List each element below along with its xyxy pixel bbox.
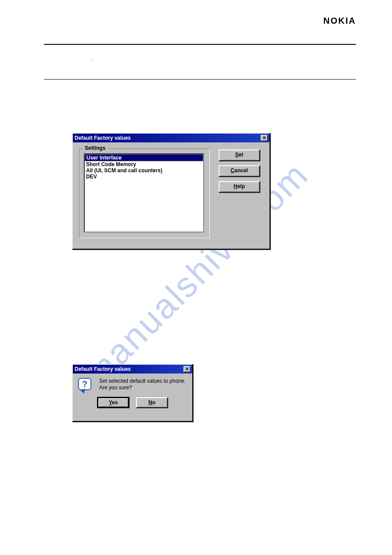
title-text: Default Factory values [75,135,131,141]
button-column: Set Cancel Help [219,149,260,238]
rule-top [44,44,356,45]
message-line-2: Are you sure? [99,385,186,391]
title-text: Default Factory values [75,366,131,372]
rule-sub [44,79,356,80]
message-line-1: Set selected default values to phone. [99,378,186,385]
settings-legend: Settings [83,145,107,151]
dialog-body: ? Set selected default values to phone. … [73,374,192,411]
page-root: NOKIA – manualshive.com Default Factory … [0,0,392,555]
button-row: Yes No [78,397,187,408]
list-item[interactable]: All (UI, SCM and call counters) [85,167,203,174]
settings-fieldset: Settings User Interface Short Code Memor… [79,149,210,238]
set-button[interactable]: Set [219,149,260,161]
list-item[interactable]: DEV [85,174,203,180]
titlebar[interactable]: Default Factory values ✕ [73,365,192,374]
list-item[interactable]: Short Code Memory [85,161,203,167]
brand-logo: NOKIA [324,16,356,26]
titlebar[interactable]: Default Factory values ✕ [73,134,270,142]
message-row: ? Set selected default values to phone. … [78,378,187,393]
no-button[interactable]: No [136,397,168,408]
subhead-dash: – [90,57,93,63]
cancel-button[interactable]: Cancel [219,165,260,177]
question-icon: ? [78,378,93,393]
list-item[interactable]: User Interface [85,154,203,161]
dialog-default-factory-values: Default Factory values ✕ Settings User I… [72,133,270,250]
help-button[interactable]: Help [219,181,260,192]
close-icon[interactable]: ✕ [183,366,191,372]
close-icon[interactable]: ✕ [261,135,268,141]
settings-listbox[interactable]: User Interface Short Code Memory All (UI… [84,153,204,232]
yes-button[interactable]: Yes [97,397,129,408]
dialog-body: Settings User Interface Short Code Memor… [73,142,270,244]
message-text: Set selected default values to phone. Ar… [99,378,186,391]
dialog-confirm: Default Factory values ✕ ? Set selected … [72,364,193,422]
